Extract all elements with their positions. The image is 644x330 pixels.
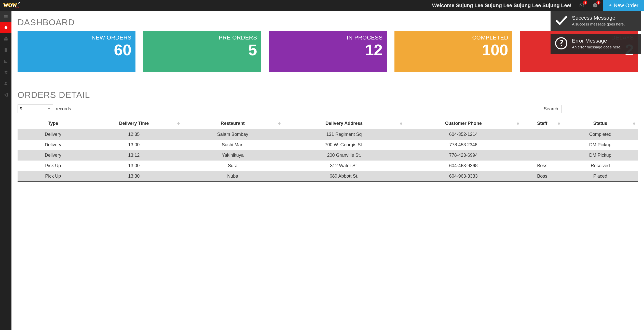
records-select-wrap: 5 records [18, 104, 71, 113]
user-icon [4, 81, 8, 86]
gears-icon [4, 70, 8, 75]
cell-status: DM Pickup [563, 150, 638, 161]
inbox-icon[interactable]: 3 [579, 3, 585, 8]
cell-status: Received [563, 161, 638, 171]
orders-section-title: ORDERS DETAIL [18, 90, 638, 100]
stat-card-value: 100 [399, 42, 508, 58]
column-header[interactable]: Status [563, 118, 638, 129]
stat-card-orange[interactable]: COMPLETED100 [394, 31, 512, 72]
sidebar-item-home[interactable] [0, 22, 11, 33]
stat-card-blue[interactable]: NEW ORDERS60 [18, 31, 135, 72]
sidebar-toggle[interactable] [0, 11, 11, 22]
cell-address: 200 Granville St. [283, 150, 405, 161]
sort-icon [400, 122, 402, 125]
stat-card-label: PRE ORDERS [147, 34, 257, 41]
column-header[interactable]: Restaurant [182, 118, 283, 129]
wow-logo-icon: WOW on! [3, 1, 23, 10]
cell-restaurant: Sura [182, 161, 283, 171]
file-icon [4, 48, 8, 52]
clock-badge: 1 [596, 1, 600, 5]
column-header: Type [18, 118, 86, 129]
table-row[interactable]: Delivery13:12Yakinikuya200 Granville St.… [18, 150, 638, 161]
sidebar-item-user[interactable] [0, 78, 11, 89]
table-row[interactable]: Pick Up13:00Sura312 Water St.604-463-936… [18, 161, 638, 171]
sort-icon [278, 122, 281, 125]
cell-time: 13:00 [86, 140, 182, 150]
records-label: records [56, 106, 71, 112]
sidebar-item-file[interactable] [0, 44, 11, 56]
stats-cards-row: NEW ORDERS60PRE ORDERS5IN PROCESS12COMPL… [18, 31, 638, 72]
logo[interactable]: WOW on! [0, 0, 25, 11]
stat-card-label: COMPLETED [399, 34, 508, 41]
sidebar-item-chart[interactable] [0, 56, 11, 67]
cell-phone: 604-352-1214 [405, 129, 522, 140]
stat-card-value: 12 [273, 42, 382, 58]
stat-card-value: 5 [147, 42, 257, 58]
new-order-button[interactable]: New Order [603, 0, 644, 11]
signout-icon [4, 93, 8, 97]
check-icon [554, 13, 568, 28]
column-header-label: Customer Phone [445, 121, 482, 126]
cell-staff: Boss [522, 171, 563, 182]
cell-status: DM Pickup [563, 140, 638, 150]
page-title: DASHBOARD [18, 17, 638, 27]
toast-error[interactable]: Error MessageAn error message goes here. [551, 34, 641, 54]
cell-staff [522, 129, 563, 140]
header-bar: WOW on! Welcome Sujung Lee Sujung Lee Su… [0, 0, 644, 11]
cell-phone: 604-963-3333 [405, 171, 522, 182]
toast-stack: Success MessageA success message goes he… [551, 11, 641, 54]
cell-staff [522, 140, 563, 150]
toast-title: Error Message [572, 38, 621, 44]
sidebar-item-settings[interactable] [0, 67, 11, 78]
home-icon [4, 25, 8, 30]
cell-address: 131 Regiment Sq [283, 129, 405, 140]
table-row[interactable]: Delivery13:00Sushi Mart700 W. Georgis St… [18, 140, 638, 150]
cell-restaurant: Nuba [182, 171, 283, 182]
search-label: Search: [544, 106, 559, 112]
cell-phone: 778.453.2346 [405, 140, 522, 150]
toast-success[interactable]: Success MessageA success message goes he… [551, 11, 641, 31]
gift-icon [4, 36, 8, 41]
cell-type: Delivery [18, 150, 86, 161]
column-header[interactable]: Delivery Address [283, 118, 405, 129]
inbox-badge: 3 [583, 1, 587, 5]
main-content: DASHBOARD NEW ORDERS60PRE ORDERS5IN PROC… [11, 11, 644, 330]
cell-staff [522, 150, 563, 161]
sort-icon [517, 122, 519, 125]
svg-text:WOW: WOW [3, 3, 17, 8]
search-input[interactable] [561, 105, 638, 113]
cell-restaurant: Sushi Mart [182, 140, 283, 150]
menu-icon [4, 14, 8, 19]
toast-text: A success message goes here. [572, 22, 625, 26]
column-header[interactable]: Staff [522, 118, 563, 129]
cell-type: Pick Up [18, 171, 86, 182]
column-header[interactable]: Customer Phone [405, 118, 522, 129]
new-order-label: New Order [614, 3, 638, 8]
welcome-text: Welcome Sujung Lee Sujung Lee Sujung Lee… [432, 3, 571, 8]
sort-icon [558, 122, 560, 125]
sidebar [0, 11, 11, 330]
sidebar-item-signout[interactable] [0, 89, 11, 100]
stat-card-green[interactable]: PRE ORDERS5 [143, 31, 261, 72]
column-header-label: Status [593, 121, 607, 126]
records-select[interactable]: 5 [18, 104, 53, 113]
clock-icon[interactable]: 1 [592, 3, 598, 8]
table-row[interactable]: Delivery12:35Salam Bombay131 Regiment Sq… [18, 129, 638, 140]
cell-restaurant: Salam Bombay [182, 129, 283, 140]
stat-card-value: 60 [22, 42, 131, 58]
cell-type: Delivery [18, 129, 86, 140]
cell-type: Delivery [18, 140, 86, 150]
sort-icon [633, 122, 635, 125]
cell-phone: 604-463-9368 [405, 161, 522, 171]
column-header-label: Staff [537, 121, 547, 126]
cell-address: 312 Water St. [283, 161, 405, 171]
cell-time: 12:35 [86, 129, 182, 140]
toast-title: Success Message [572, 15, 625, 21]
sidebar-item-gift[interactable] [0, 33, 11, 44]
column-header[interactable]: Delivery Time [86, 118, 182, 129]
plus-icon [609, 4, 612, 7]
svg-text:on!: on! [15, 5, 19, 9]
stat-card-purple[interactable]: IN PROCESS12 [269, 31, 387, 72]
column-header-label: Delivery Time [119, 121, 149, 126]
table-row[interactable]: Pick Up13:30Nuba689 Abbott St.604-963-33… [18, 171, 638, 182]
